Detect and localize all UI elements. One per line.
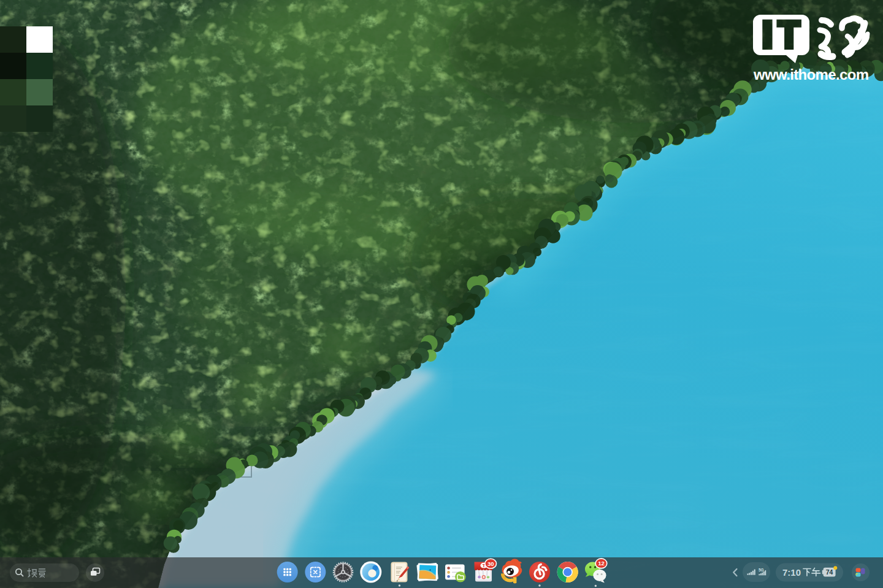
- svg-text:12: 12: [598, 560, 605, 567]
- svg-text:7:10: 7:10: [782, 567, 801, 578]
- svg-text:74: 74: [826, 568, 833, 576]
- svg-text:www.ithome.com: www.ithome.com: [753, 66, 869, 83]
- svg-text:30: 30: [487, 560, 494, 567]
- svg-text:5G: 5G: [759, 568, 764, 572]
